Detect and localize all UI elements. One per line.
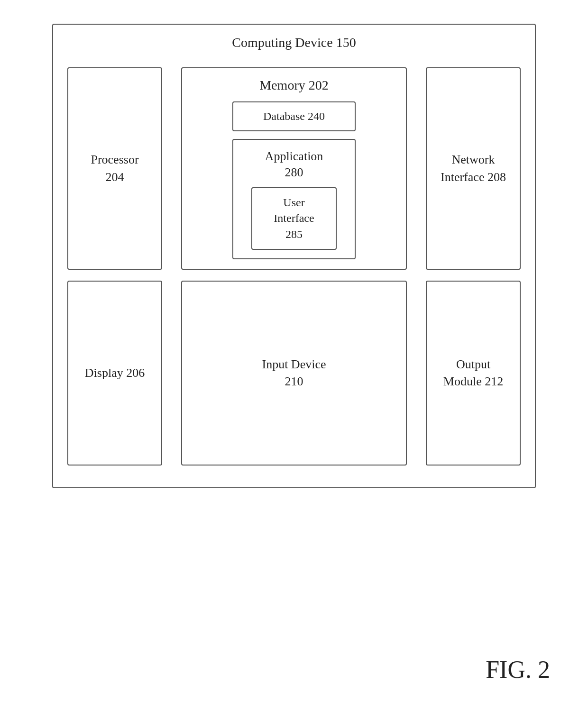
fig-label: FIG. 2	[486, 656, 550, 684]
user-interface-box: User Interface 285	[251, 187, 337, 250]
network-interface-box: Network Interface 208	[426, 67, 521, 270]
computing-device-container: Computing Device 150 Processor 204 Memor…	[52, 24, 536, 488]
user-interface-label: User Interface 285	[274, 196, 314, 240]
output-module-label: Output Module 212	[443, 356, 503, 391]
memory-label: Memory 202	[259, 78, 328, 93]
input-device-box: Input Device 210	[181, 281, 407, 466]
database-box: Database 240	[232, 101, 356, 131]
page-content: Computing Device 150 Processor 204 Memor…	[0, 0, 588, 712]
processor-box: Processor 204	[67, 67, 162, 270]
application-box: Application 280 User Interface 285	[232, 139, 356, 259]
output-module-box: Output Module 212	[426, 281, 521, 466]
display-box: Display 206	[67, 281, 162, 466]
computing-device-label: Computing Device 150	[232, 35, 356, 50]
processor-label: Processor 204	[91, 151, 138, 186]
database-label: Database 240	[263, 110, 325, 122]
memory-box: Memory 202 Database 240 Application 280 …	[181, 67, 407, 270]
network-interface-label: Network Interface 208	[441, 151, 506, 186]
display-label: Display 206	[85, 365, 145, 382]
input-device-label: Input Device 210	[262, 356, 326, 391]
application-label: Application 280	[265, 148, 323, 181]
